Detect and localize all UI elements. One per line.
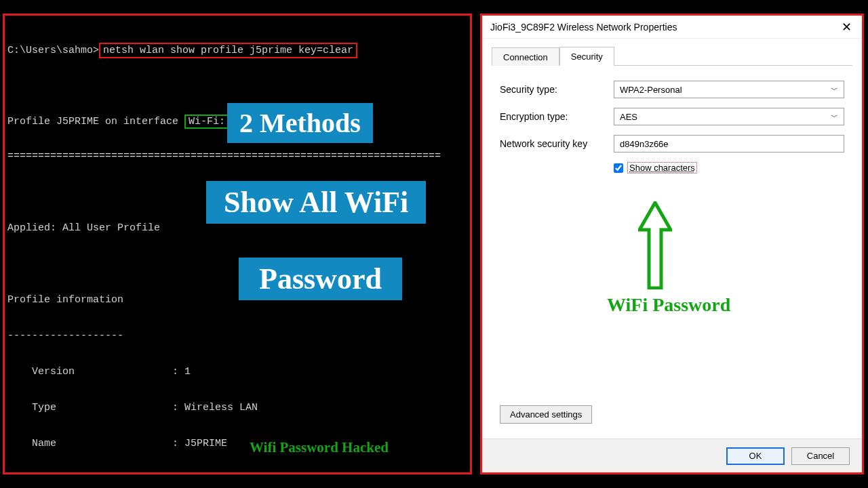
- security-type-combobox[interactable]: WPA2-Personal ﹀: [614, 81, 844, 98]
- network-key-value: d849n3z66e: [620, 139, 669, 149]
- wifi-password-hacked-label: Wifi Password Hacked: [250, 439, 389, 456]
- arrow-up-icon: [638, 201, 672, 289]
- kv-name: Name : J5PRIME: [5, 438, 470, 451]
- command-prompt-window: C:\Users\sahmo>netsh wlan show profile j…: [3, 14, 472, 474]
- show-characters-checkbox[interactable]: [614, 163, 623, 173]
- tab-strip: Connection Security: [492, 45, 852, 66]
- kv-control: Control options :: [5, 474, 470, 474]
- tab-connection[interactable]: Connection: [492, 47, 559, 66]
- prompt-path: C:\Users\sahmo>: [7, 45, 99, 56]
- network-security-key-input[interactable]: d849n3z66e: [614, 135, 844, 152]
- interface-name-highlight: Wi-Fi:: [184, 115, 229, 129]
- cmd-prompt-line: C:\Users\sahmo>netsh wlan show profile j…: [5, 43, 470, 56]
- label-encryption-type: Encryption type:: [500, 111, 614, 122]
- cancel-button[interactable]: Cancel: [791, 447, 850, 465]
- advanced-settings-button[interactable]: Advanced settings: [500, 405, 592, 424]
- netsh-command-highlight: netsh wlan show profile j5prime key=clea…: [99, 43, 357, 58]
- callout-password: Password: [239, 258, 402, 300]
- encryption-type-combobox[interactable]: AES ﹀: [614, 108, 844, 125]
- kv-version: Version : 1: [5, 366, 470, 379]
- show-characters-label[interactable]: Show characters: [627, 162, 697, 174]
- callout-show-all-wifi: Show All WiFi: [206, 181, 426, 224]
- close-icon[interactable]: ✕: [836, 16, 856, 39]
- encryption-type-value: AES: [620, 112, 637, 122]
- ok-button[interactable]: OK: [726, 447, 785, 465]
- dialog-footer: OK Cancel: [482, 439, 862, 472]
- chevron-down-icon: ﹀: [831, 85, 838, 95]
- tab-security[interactable]: Security: [559, 47, 614, 66]
- callout-2-methods: 2 Methods: [227, 103, 373, 143]
- dialog-titlebar[interactable]: JioFi3_9C89F2 Wireless Network Propertie…: [482, 16, 862, 39]
- label-security-type: Security type:: [500, 84, 614, 95]
- wireless-network-properties-dialog: JioFi3_9C89F2 Wireless Network Propertie…: [480, 14, 864, 474]
- label-network-key: Network security key: [500, 138, 614, 149]
- kv-type: Type : Wireless LAN: [5, 402, 470, 415]
- applied-line: Applied: All User Profile: [5, 222, 470, 235]
- security-type-value: WPA2-Personal: [620, 85, 682, 95]
- dialog-title: JioFi3_9C89F2 Wireless Network Propertie…: [490, 16, 677, 39]
- wifi-password-label: WiFi Password: [607, 294, 730, 316]
- chevron-down-icon: ﹀: [831, 112, 838, 122]
